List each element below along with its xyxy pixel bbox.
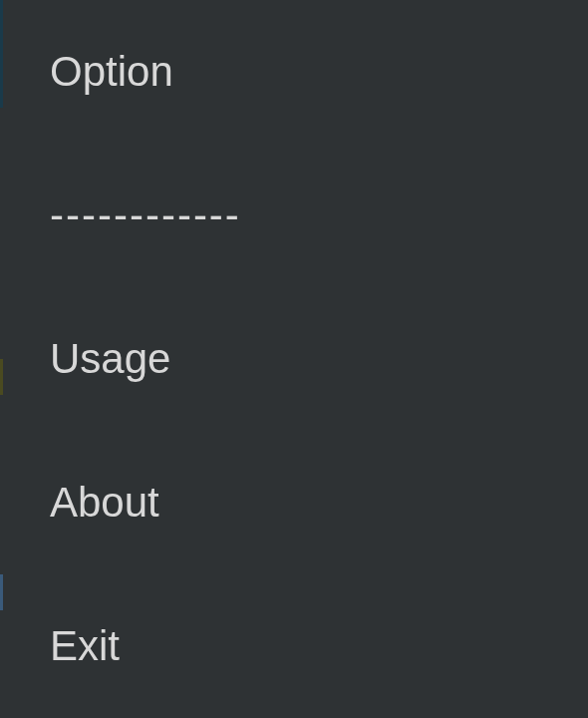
menu-divider: ------------ [50, 144, 538, 287]
left-edge-decoration [0, 0, 3, 718]
menu-item-about[interactable]: About [50, 431, 538, 574]
menu-item-option[interactable]: Option [50, 0, 538, 144]
menu-item-label: About [50, 479, 159, 527]
menu-item-label: Option [50, 48, 173, 96]
menu-item-usage[interactable]: Usage [50, 287, 538, 431]
divider-text: ------------ [50, 191, 241, 239]
menu-item-label: Usage [50, 335, 170, 383]
menu-item-label: Exit [50, 622, 120, 670]
menu-item-exit[interactable]: Exit [50, 574, 538, 718]
menu-container: Option ------------ Usage About Exit [0, 0, 588, 718]
